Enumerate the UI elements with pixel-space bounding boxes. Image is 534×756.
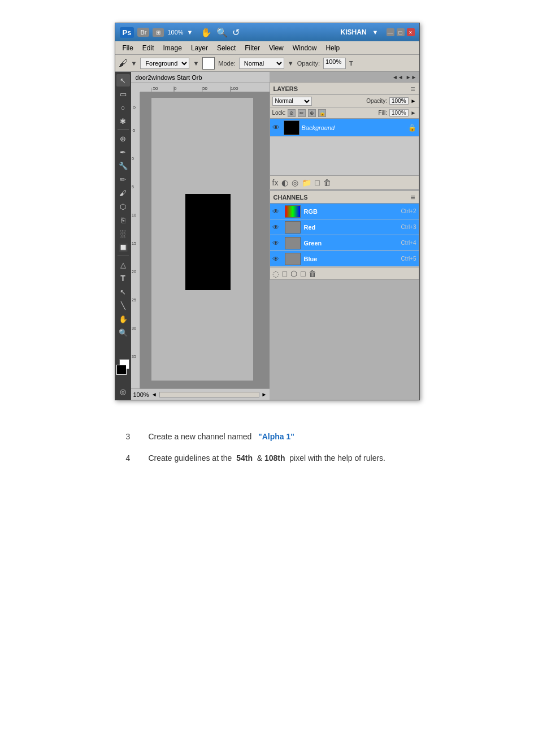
tool-marquee[interactable]: ▭ <box>116 88 130 100</box>
channel-delete-icon[interactable]: 🗑 <box>309 269 316 278</box>
br-button[interactable]: Br <box>137 28 149 37</box>
lock-label: Lock: <box>272 110 286 116</box>
mode-select[interactable]: Normal <box>239 58 284 69</box>
layer-new-icon[interactable]: □ <box>315 178 319 187</box>
channel-green-eye[interactable]: 👁 <box>272 239 281 247</box>
channel-red-shortcut: Ctrl+3 <box>401 224 416 230</box>
tool-shape[interactable]: ╲ <box>116 299 130 312</box>
svg-text:0: 0 <box>132 157 134 161</box>
fg-color-swatch[interactable] <box>116 365 127 375</box>
channel-rgb-shortcut: Ctrl+2 <box>401 208 416 214</box>
channel-blue-eye[interactable]: 👁 <box>272 255 281 263</box>
channel-rgb-eye[interactable]: 👁 <box>272 208 281 215</box>
collapse-right-icon[interactable]: ►► <box>406 74 417 80</box>
channel-item-red[interactable]: 👁 Red Ctrl+3 <box>270 219 419 235</box>
zoom-arrow[interactable]: ▼ <box>187 29 193 36</box>
foreground-arrow[interactable]: ▼ <box>193 60 199 67</box>
tool-eyedropper[interactable]: ✒ <box>116 146 130 158</box>
tool-magic-wand[interactable]: ✱ <box>116 115 130 127</box>
layer-item-background[interactable]: 👁 Background 🔒 <box>270 119 419 137</box>
tool-path-selection[interactable]: ↖ <box>116 286 130 298</box>
hand-tool-icon[interactable]: ✋ <box>201 27 212 38</box>
layer-eye-icon[interactable]: 👁 <box>272 123 281 132</box>
grid-button[interactable]: ⊞ <box>153 28 164 37</box>
channel-red-name: Red <box>304 224 398 231</box>
layer-delete-icon[interactable]: 🗑 <box>323 178 331 187</box>
channel-new-icon[interactable]: □ <box>301 269 305 278</box>
layers-panel-menu[interactable]: ≡ <box>410 84 415 93</box>
layer-opacity-value[interactable]: 100% <box>389 97 409 105</box>
channels-list: 👁 RGB Ctrl+2 👁 Red Ctrl+3 <box>270 204 419 267</box>
menu-file[interactable]: File <box>119 43 137 53</box>
tool-move[interactable]: ↖ <box>116 74 130 87</box>
color-box[interactable] <box>202 57 215 70</box>
layer-group-icon[interactable]: 📁 <box>302 178 311 187</box>
tool-extra[interactable]: ◎ <box>116 385 130 398</box>
opt-arrow[interactable]: ▼ <box>131 60 137 67</box>
scroll-left-arrow[interactable]: ◄ <box>151 391 157 398</box>
tool-hand[interactable]: ✋ <box>116 313 130 325</box>
lock-image-icon[interactable]: ✏ <box>298 109 306 117</box>
collapse-left-icon[interactable]: ◄◄ <box>392 74 403 80</box>
tool-crop[interactable]: ⊕ <box>116 132 130 145</box>
titlebar-tools: ✋ 🔍 ↺ <box>201 27 240 38</box>
tool-healing[interactable]: 🔧 <box>116 159 130 172</box>
tool-brush[interactable]: ✏ <box>116 173 130 185</box>
channel-load-icon[interactable]: □ <box>283 269 287 278</box>
menu-filter[interactable]: Filter <box>241 43 264 53</box>
svg-text:100: 100 <box>231 86 238 91</box>
step-4-54th: 54th <box>236 453 253 463</box>
lock-position-icon[interactable]: ⊕ <box>308 109 316 117</box>
menu-edit[interactable]: Edit <box>138 43 158 53</box>
close-button[interactable]: × <box>407 28 415 36</box>
layer-adjustment-icon[interactable]: ◎ <box>292 178 298 187</box>
menu-view[interactable]: View <box>265 43 288 53</box>
opacity-value[interactable]: 100% <box>323 58 346 69</box>
mode-arrow[interactable]: ▼ <box>288 60 294 67</box>
opacity-label: Opacity: <box>297 60 320 67</box>
maximize-button[interactable]: □ <box>397 28 405 36</box>
tool-zoom[interactable]: 🔍 <box>116 326 130 339</box>
tool-gradient[interactable]: ░ <box>116 227 130 240</box>
tool-history[interactable]: ⬡ <box>116 200 130 213</box>
menu-layer[interactable]: Layer <box>187 43 212 53</box>
channels-panel-menu[interactable]: ≡ <box>410 193 415 202</box>
channel-dotted-circle-icon[interactable]: ◌ <box>272 269 279 278</box>
tool-pen[interactable]: △ <box>116 258 130 271</box>
canvas-viewport[interactable] <box>140 92 270 388</box>
fill-value[interactable]: 100% <box>389 109 409 116</box>
zoom-tool-icon[interactable]: 🔍 <box>216 27 228 38</box>
menu-help[interactable]: Help <box>322 43 344 53</box>
tool-lasso[interactable]: ○ <box>116 101 130 114</box>
lock-transparent-icon[interactable]: ⊘ <box>288 109 296 117</box>
ruler-vertical: 0 -5 0 5 10 15 20 25 30 35 <box>131 92 140 388</box>
rotate-tool-icon[interactable]: ↺ <box>232 27 240 38</box>
channel-red-eye[interactable]: 👁 <box>272 223 281 231</box>
channel-green-thumb <box>285 237 301 249</box>
layer-mask-icon[interactable]: ◐ <box>281 178 288 187</box>
minimize-button[interactable]: — <box>387 28 394 36</box>
foreground-select[interactable]: Foreground <box>140 58 189 69</box>
ruler-horizontal: -50 0 50 100 <box>140 83 270 92</box>
channel-item-blue[interactable]: 👁 Blue Ctrl+5 <box>270 251 419 267</box>
scroll-right-arrow[interactable]: ► <box>262 391 267 398</box>
channel-item-rgb[interactable]: 👁 RGB Ctrl+2 <box>270 204 419 219</box>
tool-type[interactable]: T <box>116 272 130 284</box>
fill-arrow[interactable]: ► <box>411 110 416 116</box>
horizontal-scrollbar[interactable] <box>159 392 259 398</box>
layers-panel-header: LAYERS ≡ <box>270 83 419 95</box>
layer-mode-select[interactable]: Normal <box>272 97 312 106</box>
layer-name: Background <box>302 124 406 131</box>
channel-item-green[interactable]: 👁 Green Ctrl+4 <box>270 235 419 251</box>
menu-image[interactable]: Image <box>159 43 186 53</box>
menu-select[interactable]: Select <box>213 43 240 53</box>
tool-clone[interactable]: 🖌 <box>116 187 130 199</box>
lock-all-icon[interactable]: 🔒 <box>318 109 326 117</box>
tool-dodge[interactable]: 🔲 <box>116 241 130 253</box>
layer-fx-icon[interactable]: fx <box>272 178 279 187</box>
menu-window[interactable]: Window <box>289 43 321 53</box>
layer-opacity-arrow[interactable]: ► <box>411 98 416 104</box>
channel-save-icon[interactable]: ⬡ <box>290 269 297 278</box>
user-arrow[interactable]: ▼ <box>372 29 379 36</box>
tool-eraser[interactable]: ⎘ <box>116 214 130 226</box>
